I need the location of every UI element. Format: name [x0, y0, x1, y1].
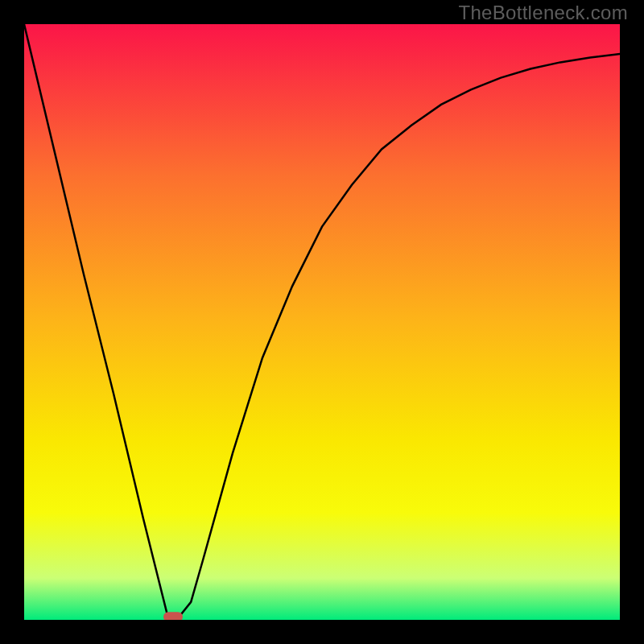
chart-frame: TheBottleneck.com [0, 0, 644, 644]
chart-svg [24, 24, 620, 620]
plot-area [24, 24, 620, 620]
optimal-point-marker [163, 612, 183, 620]
gradient-background [24, 24, 620, 620]
watermark-text: TheBottleneck.com [458, 2, 628, 24]
